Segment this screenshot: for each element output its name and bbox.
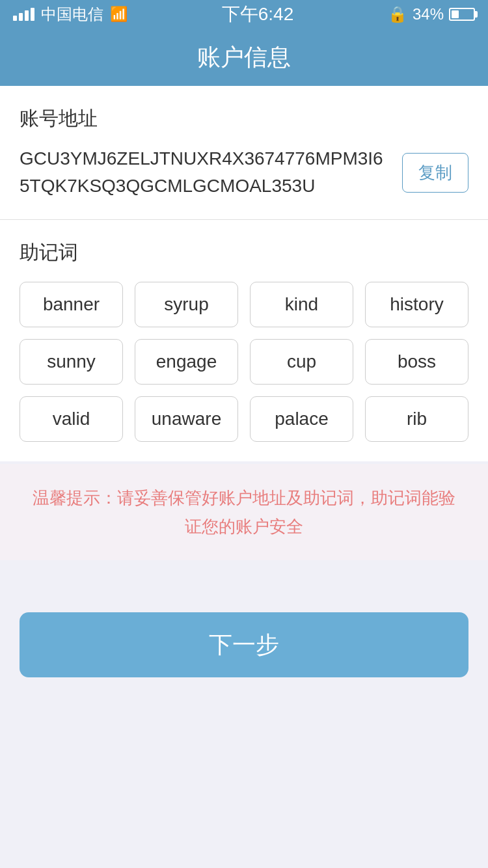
next-button-container: 下一步 <box>0 599 488 703</box>
spacer <box>0 560 488 599</box>
warning-section: 温馨提示：请妥善保管好账户地址及助记词，助记词能验证您的账户安全 <box>0 464 488 560</box>
status-bar: 中国电信 📶 下午6:42 🔒 34% <box>0 0 488 29</box>
mnemonic-word-7: cup <box>250 339 353 385</box>
mnemonic-word-12: rib <box>365 396 468 442</box>
mnemonic-word-9: valid <box>20 396 123 442</box>
mnemonic-word-3: kind <box>250 282 353 327</box>
carrier-label: 中国电信 <box>41 4 103 25</box>
next-button[interactable]: 下一步 <box>20 612 468 677</box>
address-row: GCU3YMJ6ZELJTNUXR4X3674776MPM3I65TQK7KSQ… <box>20 145 468 200</box>
mnemonic-word-10: unaware <box>135 396 238 442</box>
mnemonic-word-8: boss <box>365 339 468 385</box>
main-content: 账号地址 GCU3YMJ6ZELJTNUXR4X3674776MPM3I65TQ… <box>0 86 488 461</box>
status-right: 🔒 34% <box>388 5 475 23</box>
mnemonic-label: 助记词 <box>20 239 468 266</box>
battery-icon <box>449 8 475 21</box>
page-title: 账户信息 <box>197 42 291 74</box>
bottom-area <box>0 703 488 834</box>
wifi-icon: 📶 <box>110 6 128 23</box>
mnemonic-word-2: syrup <box>135 282 238 327</box>
lock-icon: 🔒 <box>388 5 407 23</box>
copy-button[interactable]: 复制 <box>402 153 468 193</box>
account-address: GCU3YMJ6ZELJTNUXR4X3674776MPM3I65TQK7KSQ… <box>20 145 389 200</box>
status-left: 中国电信 📶 <box>13 4 128 25</box>
nav-bar: 账户信息 <box>0 29 488 86</box>
battery-percentage: 34% <box>413 5 444 23</box>
account-section: 账号地址 GCU3YMJ6ZELJTNUXR4X3674776MPM3I65TQ… <box>0 86 488 219</box>
mnemonic-word-4: history <box>365 282 468 327</box>
mnemonic-word-5: sunny <box>20 339 123 385</box>
word-grid: bannersyrupkindhistorysunnyengagecupboss… <box>20 282 468 442</box>
mnemonic-word-1: banner <box>20 282 123 327</box>
mnemonic-word-11: palace <box>250 396 353 442</box>
signal-icon <box>13 8 34 21</box>
account-section-label: 账号地址 <box>20 105 468 132</box>
time-label: 下午6:42 <box>222 2 294 27</box>
warning-text: 温馨提示：请妥善保管好账户地址及助记词，助记词能验证您的账户安全 <box>26 483 462 541</box>
mnemonic-section: 助记词 bannersyrupkindhistorysunnyengagecup… <box>0 220 488 461</box>
mnemonic-word-6: engage <box>135 339 238 385</box>
